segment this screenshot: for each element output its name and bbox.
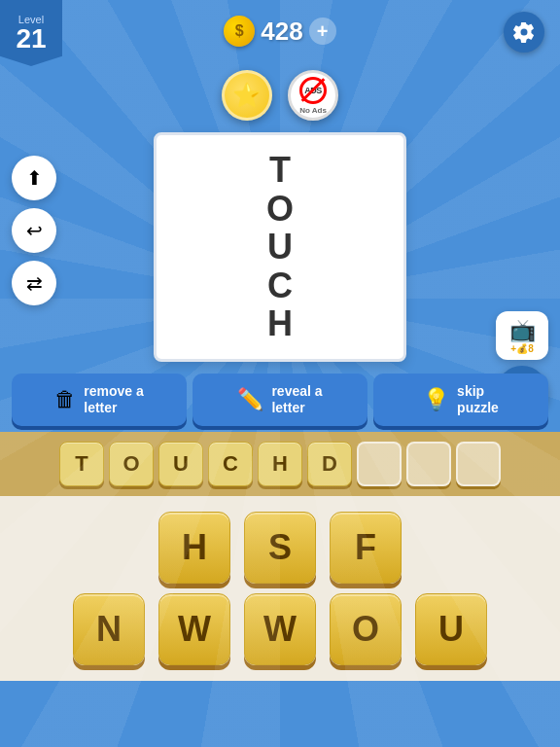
level-number: 21 — [16, 25, 46, 53]
watch-ad-button[interactable]: 📺 +💰8 — [496, 311, 548, 360]
add-coins-button[interactable]: + — [309, 18, 336, 45]
no-ads-circle: ADS — [299, 77, 327, 104]
letter-slot-1[interactable]: O — [109, 442, 154, 486]
tile-row-top: H S F — [16, 512, 544, 584]
tv-coins-label: +💰8 — [510, 343, 533, 354]
gear-icon — [512, 20, 536, 44]
star-powerup-button[interactable]: ⭐ — [222, 70, 272, 121]
letter-slots-row: T O U C H D — [0, 432, 560, 496]
tile-U2[interactable]: U — [415, 593, 487, 665]
word-letter-H: H — [267, 304, 293, 343]
tile-S[interactable]: S — [244, 512, 316, 584]
word-letter-O: O — [266, 190, 294, 229]
no-ads-button[interactable]: ADS No Ads — [288, 70, 338, 121]
word-letter-U: U — [267, 228, 293, 267]
letter-slot-4[interactable]: H — [258, 442, 302, 486]
remove-letter-label: remove aletter — [84, 383, 143, 416]
tile-W2[interactable]: W — [244, 593, 316, 665]
letter-slot-6[interactable] — [357, 442, 402, 486]
level-badge: Level 21 — [0, 0, 62, 66]
bottom-tiles-area: H S F N W W O U — [0, 496, 560, 681]
word-board: T O U C H — [154, 132, 406, 362]
undo-button[interactable]: ↩ — [12, 208, 56, 253]
letter-slot-2[interactable]: U — [158, 442, 203, 486]
powerups-row: ⭐ ADS No Ads — [0, 70, 560, 121]
letter-slot-7[interactable] — [406, 442, 451, 486]
reveal-letter-icon: ✏️ — [237, 387, 263, 412]
word-letter-T: T — [269, 151, 291, 190]
word-letter-C: C — [267, 267, 293, 305]
tv-icon: 📺 — [509, 318, 536, 343]
tile-N[interactable]: N — [73, 593, 145, 665]
tile-F[interactable]: F — [330, 512, 402, 584]
undo-icon: ↩ — [26, 219, 43, 242]
letter-slot-3[interactable]: C — [208, 442, 253, 486]
top-bar: Level 21 $ 428 + — [0, 0, 560, 62]
reveal-letter-label: reveal aletter — [271, 383, 322, 416]
letter-slot-5[interactable]: D — [307, 442, 352, 486]
coin-icon: $ — [224, 16, 255, 47]
tile-W[interactable]: W — [158, 593, 230, 665]
share-button[interactable]: ⬆ — [12, 156, 56, 200]
ads-inner-text: ADS — [304, 86, 322, 95]
letter-slot-8[interactable] — [456, 442, 501, 486]
remove-letter-button[interactable]: 🗑 remove aletter — [12, 374, 187, 426]
share-icon: ⬆ — [26, 166, 43, 190]
settings-button[interactable] — [504, 12, 544, 53]
remove-letter-icon: 🗑 — [54, 387, 76, 412]
tile-O[interactable]: O — [330, 593, 402, 665]
reveal-letter-button[interactable]: ✏️ reveal aletter — [192, 374, 368, 426]
tile-H[interactable]: H — [158, 512, 230, 584]
skip-puzzle-button[interactable]: 💡 skippuzzle — [373, 374, 548, 426]
shuffle-button[interactable]: ⇄ — [12, 261, 56, 305]
shuffle-icon: ⇄ — [26, 271, 43, 295]
coins-area: $ 428 + — [224, 16, 335, 47]
skip-puzzle-icon: 💡 — [423, 387, 449, 412]
skip-puzzle-label: skippuzzle — [457, 383, 499, 416]
left-side-buttons: ⬆ ↩ ⇄ — [12, 156, 56, 305]
no-ads-label: No Ads — [299, 106, 327, 115]
word-vertical-display: T O U C H — [259, 135, 301, 359]
tile-row-bottom: N W W O U — [16, 593, 544, 665]
letter-slot-0[interactable]: T — [59, 442, 104, 486]
hint-buttons-row: 🗑 remove aletter ✏️ reveal aletter 💡 ski… — [12, 374, 548, 426]
coin-amount: 428 — [261, 17, 302, 47]
